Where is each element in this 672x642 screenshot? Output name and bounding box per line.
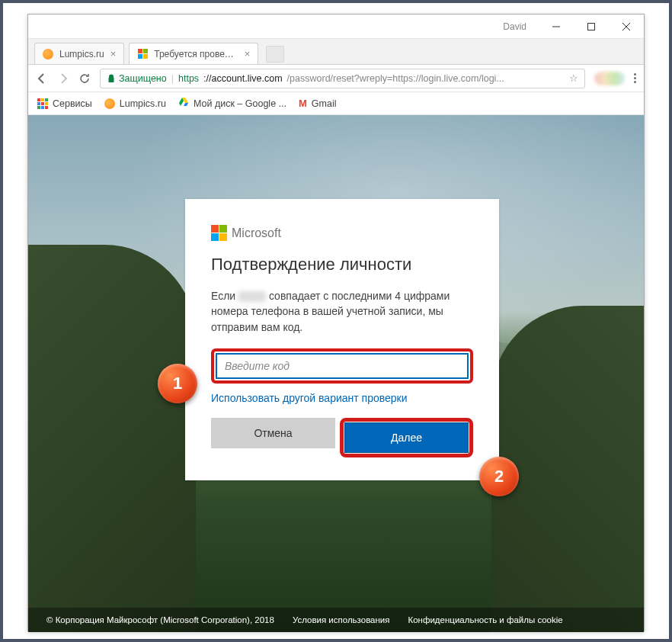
gmail-icon: M: [299, 98, 307, 109]
back-button[interactable]: [36, 72, 48, 85]
annotation-highlight-input: [211, 348, 473, 384]
kebab-icon: [634, 73, 636, 83]
google-drive-icon: [178, 97, 189, 110]
lumpics-bookmark[interactable]: Lumpics.ru: [104, 98, 166, 109]
card-title: Подтверждение личности: [211, 255, 473, 274]
tab-close-icon[interactable]: ×: [110, 48, 117, 59]
url-path: /password/reset?wreply=https://login.liv…: [287, 73, 504, 84]
footer-copyright: © Корпорация Майкрософт (Microsoft Corpo…: [46, 615, 274, 624]
verification-card: Microsoft Подтверждение личности Если со…: [185, 199, 499, 480]
tab-label: Требуется проверить в: [154, 49, 238, 59]
divider: |: [171, 73, 174, 84]
forward-button[interactable]: [57, 72, 69, 85]
reload-button[interactable]: [78, 72, 91, 85]
lock-icon: [107, 74, 116, 83]
url-host: ://account.live.com: [203, 73, 283, 84]
gmail-bookmark[interactable]: M Gmail: [299, 98, 337, 109]
tab-label: Lumpics.ru: [59, 49, 104, 59]
url-protocol: https: [178, 73, 199, 84]
card-description: Если совпадает с последними 4 цифрами но…: [211, 288, 473, 335]
apps-grid-icon: [37, 98, 48, 109]
annotation-highlight-next: Далее: [340, 418, 473, 457]
lumpics-icon: [104, 98, 115, 109]
tab-close-icon[interactable]: ×: [245, 48, 251, 59]
tab-lumpics[interactable]: Lumpics.ru ×: [34, 43, 124, 64]
address-bar: Защищено | https://account.live.com/pass…: [28, 65, 644, 92]
code-input[interactable]: [216, 353, 469, 379]
annotation-badge-2: 2: [479, 457, 519, 496]
tab-microsoft-verification[interactable]: Требуется проверить в ×: [129, 43, 258, 64]
next-button[interactable]: Далее: [344, 422, 469, 453]
svg-rect-1: [588, 23, 595, 30]
background-hill-left: [28, 245, 196, 632]
microsoft-logo-icon: [211, 225, 227, 241]
menu-button[interactable]: [634, 73, 636, 83]
tab-strip: Lumpics.ru × Требуется проверить в ×: [28, 39, 644, 65]
secure-indicator: Защищено: [107, 73, 167, 84]
close-button[interactable]: [609, 14, 644, 39]
bookmark-label: Lumpics.ru: [120, 98, 166, 109]
chrome-window: David Lumpics.ru × Требуется проверить в…: [27, 14, 645, 631]
cancel-button[interactable]: Отмена: [211, 418, 335, 448]
bookmark-star-icon[interactable]: ☆: [569, 72, 578, 84]
redacted-digits: [238, 291, 266, 302]
secure-label: Защищено: [119, 73, 167, 84]
maximize-button[interactable]: [574, 14, 609, 39]
url-input[interactable]: Защищено | https://account.live.com/pass…: [100, 69, 585, 88]
bookmark-label: Gmail: [312, 98, 337, 109]
footer-privacy-link[interactable]: Конфиденциальность и файлы cookie: [408, 615, 563, 624]
microsoft-logo-text: Microsoft: [232, 226, 281, 240]
alternative-verification-link[interactable]: Использовать другой вариант проверки: [211, 392, 408, 404]
window-user-label: David: [503, 21, 526, 32]
apps-bookmark[interactable]: Сервисы: [37, 98, 92, 109]
apps-label: Сервисы: [53, 98, 92, 109]
new-tab-button[interactable]: [266, 46, 284, 63]
minimize-button[interactable]: [539, 14, 574, 39]
microsoft-logo: Microsoft: [211, 225, 473, 241]
drive-bookmark[interactable]: Мой диск – Google ...: [178, 97, 286, 110]
lumpics-favicon-icon: [43, 49, 53, 59]
microsoft-favicon-icon: [137, 49, 148, 59]
page-footer: © Корпорация Майкрософт (Microsoft Corpo…: [28, 608, 644, 632]
page-viewport: Microsoft Подтверждение личности Если со…: [28, 115, 644, 632]
button-row: Отмена Далее: [211, 418, 473, 457]
footer-terms-link[interactable]: Условия использования: [293, 615, 390, 624]
window-titlebar: David: [28, 14, 644, 39]
bookmarks-bar: Сервисы Lumpics.ru Мой диск – Google ...…: [28, 92, 644, 115]
profile-avatar[interactable]: [594, 72, 625, 85]
annotation-badge-1: 1: [158, 364, 197, 403]
bookmark-label: Мой диск – Google ...: [194, 98, 286, 109]
